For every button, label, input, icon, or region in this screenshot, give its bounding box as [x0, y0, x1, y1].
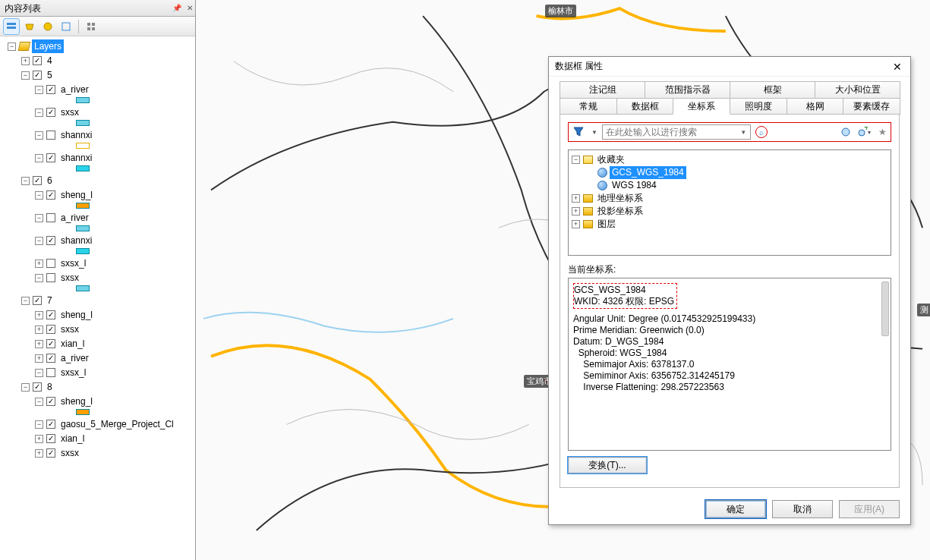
layer-checkbox[interactable]	[46, 85, 55, 94]
layer-checkbox[interactable]	[46, 434, 55, 443]
tree-folder-geographic[interactable]: 地理坐标系	[595, 192, 645, 205]
layer-checkbox[interactable]	[46, 310, 55, 319]
expander[interactable]: −	[35, 369, 43, 377]
expander[interactable]: −	[21, 383, 30, 392]
layer-label[interactable]: 8	[45, 380, 55, 394]
expander[interactable]: −	[8, 42, 16, 51]
expander[interactable]: −	[35, 86, 43, 94]
layer-checkbox[interactable]	[33, 71, 42, 80]
expander[interactable]: +	[35, 449, 43, 458]
layer-checkbox[interactable]	[46, 420, 55, 429]
tab-范围指示器[interactable]: 范围指示器	[645, 81, 730, 98]
layer-checkbox[interactable]	[33, 176, 42, 185]
expander[interactable]: +	[21, 57, 30, 65]
transform-button[interactable]: 变换(T)...	[568, 457, 647, 473]
tab-框架[interactable]: 框架	[730, 81, 815, 98]
close-icon[interactable]: ✕	[891, 60, 904, 74]
expander[interactable]: +	[35, 340, 43, 348]
list-by-visibility-button[interactable]	[39, 18, 56, 35]
tab-要素缓存[interactable]: 要素缓存	[843, 98, 900, 115]
expander[interactable]: −	[21, 177, 30, 185]
layer-checkbox[interactable]	[46, 339, 55, 348]
layer-label[interactable]: sxsx	[58, 271, 81, 285]
layer-checkbox[interactable]	[46, 236, 55, 245]
layer-label[interactable]: a_river	[58, 83, 91, 96]
expander[interactable]: −	[35, 154, 43, 162]
tree-folder-layers[interactable]: 图层	[595, 218, 618, 231]
apply-button[interactable]: 应用(A)	[839, 500, 900, 518]
layer-checkbox[interactable]	[46, 153, 55, 162]
layer-checkbox[interactable]	[46, 354, 55, 363]
expander[interactable]: −	[21, 297, 30, 305]
layer-label[interactable]: gaosu_5_Merge_Project_Cl	[58, 417, 176, 431]
expander[interactable]: −	[21, 71, 30, 80]
tab-常规[interactable]: 常规	[560, 98, 617, 115]
search-go-icon[interactable]: ⌕	[755, 126, 768, 138]
search-input[interactable]	[602, 124, 751, 140]
tab-大小和位置[interactable]: 大小和位置	[815, 81, 900, 98]
expander[interactable]: −	[35, 274, 43, 282]
expander[interactable]: +	[35, 354, 43, 363]
layer-label[interactable]: sheng_l	[58, 188, 95, 202]
layer-label[interactable]: sxsx	[58, 105, 81, 119]
tree-folder-favorites[interactable]: 收藏夹	[595, 153, 627, 166]
layer-label[interactable]: shannxi	[58, 234, 94, 247]
layer-label[interactable]: sxsx	[58, 446, 81, 460]
tree-folder-projected[interactable]: 投影坐标系	[595, 205, 645, 218]
tree-item-wgs1984[interactable]: WGS 1984	[610, 179, 659, 192]
layer-checkbox[interactable]	[46, 368, 55, 377]
layer-checkbox[interactable]	[46, 325, 55, 334]
expander[interactable]: +	[35, 326, 43, 334]
tab-照明度[interactable]: 照明度	[730, 98, 787, 115]
layer-label[interactable]: xian_l	[58, 432, 87, 445]
new-cs-icon[interactable]	[839, 125, 853, 139]
layer-label[interactable]: a_river	[58, 351, 91, 365]
expander[interactable]: −	[35, 109, 43, 117]
expander[interactable]: +	[35, 260, 43, 268]
cancel-button[interactable]: 取消	[772, 500, 833, 518]
layer-label[interactable]: shannxi	[58, 151, 94, 165]
expander[interactable]: −	[35, 398, 43, 406]
dialog-titlebar[interactable]: 数据框 属性 ✕	[549, 57, 910, 77]
layer-tree[interactable]: −Layers+4−5−a_river−sxsx−shannxi−shannxi…	[0, 36, 195, 560]
filter-icon[interactable]	[570, 124, 587, 140]
layer-checkbox[interactable]	[46, 259, 55, 268]
list-by-drawing-order-button[interactable]	[3, 18, 20, 35]
expander[interactable]: −	[572, 156, 580, 164]
expander[interactable]: +	[35, 435, 43, 443]
layer-checkbox[interactable]	[46, 131, 55, 140]
layer-checkbox[interactable]	[46, 397, 55, 406]
layer-checkbox[interactable]	[46, 213, 55, 222]
expander[interactable]: −	[35, 191, 43, 200]
layer-label[interactable]: xian_l	[58, 337, 87, 351]
tab-格网[interactable]: 格网	[787, 98, 844, 115]
layer-label[interactable]: 5	[45, 68, 55, 82]
layer-checkbox[interactable]	[46, 108, 55, 117]
layer-checkbox[interactable]	[33, 296, 42, 305]
layer-checkbox[interactable]	[33, 56, 42, 65]
tab-注记组[interactable]: 注记组	[560, 81, 645, 98]
options-button[interactable]	[83, 18, 99, 35]
ok-button[interactable]: 确定	[705, 500, 766, 518]
tree-item-gcs-wgs1984[interactable]: GCS_WGS_1984	[610, 166, 686, 179]
expander[interactable]: +	[35, 311, 43, 319]
list-by-selection-button[interactable]	[58, 18, 74, 35]
layer-label[interactable]: sxsx_l	[58, 366, 88, 379]
expander[interactable]: −	[35, 131, 43, 140]
expander[interactable]: +	[572, 220, 580, 228]
layer-label[interactable]: a_river	[58, 211, 91, 225]
layer-label[interactable]: Layers	[32, 39, 64, 53]
toc-pin-icon[interactable]: 📌	[172, 3, 182, 14]
layer-label[interactable]: 6	[45, 174, 55, 187]
layer-label[interactable]: shannxi	[58, 128, 94, 142]
expander[interactable]: −	[35, 214, 43, 222]
cs-details-box[interactable]: GCS_WGS_1984 WKID: 4326 权限: EPSG Angular…	[568, 278, 891, 451]
layer-checkbox[interactable]	[46, 273, 55, 282]
layer-checkbox[interactable]	[33, 382, 42, 392]
tab-数据框[interactable]: 数据框	[616, 98, 674, 115]
layer-label[interactable]: sxsx	[58, 322, 81, 336]
layer-label[interactable]: 7	[45, 294, 55, 307]
scrollbar-thumb[interactable]	[881, 282, 889, 336]
expander[interactable]: −	[35, 237, 43, 245]
layer-label[interactable]: sxsx_l	[58, 256, 88, 270]
